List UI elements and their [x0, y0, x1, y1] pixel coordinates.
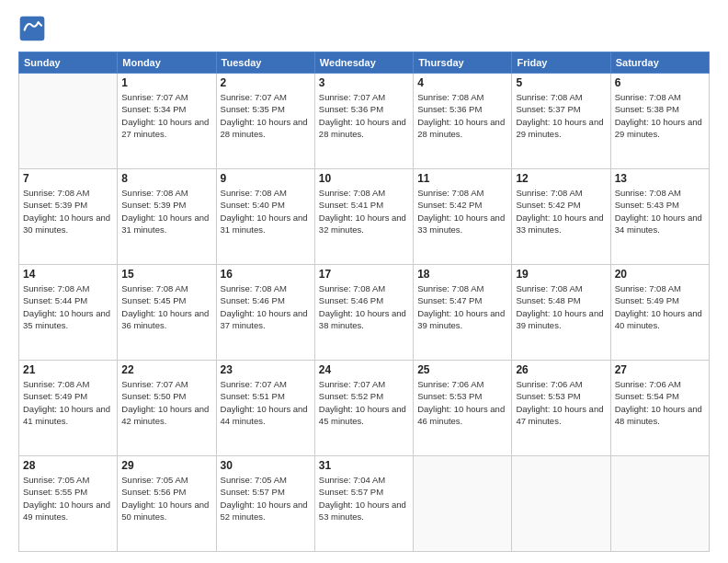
cell-day-number: 8	[121, 172, 211, 185]
cell-info: Sunrise: 7:08 AMSunset: 5:37 PMDaylight:…	[516, 91, 606, 140]
cell-info: Sunrise: 7:08 AMSunset: 5:48 PMDaylight:…	[516, 282, 606, 331]
calendar-cell: 25Sunrise: 7:06 AMSunset: 5:53 PMDayligh…	[414, 361, 512, 456]
cell-day-number: 7	[23, 172, 113, 185]
calendar-cell: 15Sunrise: 7:08 AMSunset: 5:45 PMDayligh…	[118, 265, 216, 361]
calendar-cell: 18Sunrise: 7:08 AMSunset: 5:47 PMDayligh…	[414, 265, 512, 361]
cell-info: Sunrise: 7:08 AMSunset: 5:46 PMDaylight:…	[221, 282, 311, 331]
calendar-header-monday: Monday	[118, 52, 216, 74]
cell-info: Sunrise: 7:08 AMSunset: 5:42 PMDaylight:…	[417, 187, 507, 236]
calendar-cell	[610, 456, 709, 552]
cell-day-number: 4	[417, 76, 507, 89]
cell-info: Sunrise: 7:08 AMSunset: 5:38 PMDaylight:…	[615, 91, 705, 140]
calendar-cell: 13Sunrise: 7:08 AMSunset: 5:43 PMDayligh…	[610, 169, 709, 265]
cell-info: Sunrise: 7:08 AMSunset: 5:42 PMDaylight:…	[516, 187, 606, 236]
calendar-header-saturday: Saturday	[610, 52, 709, 74]
calendar-week-4: 28Sunrise: 7:05 AMSunset: 5:55 PMDayligh…	[19, 456, 710, 552]
cell-day-number: 12	[516, 172, 606, 185]
cell-day-number: 25	[417, 363, 507, 376]
cell-info: Sunrise: 7:06 AMSunset: 5:54 PMDaylight:…	[615, 378, 705, 427]
cell-day-number: 10	[319, 172, 409, 185]
cell-info: Sunrise: 7:08 AMSunset: 5:36 PMDaylight:…	[417, 91, 507, 140]
page: SundayMondayTuesdayWednesdayThursdayFrid…	[0, 0, 728, 563]
cell-info: Sunrise: 7:07 AMSunset: 5:35 PMDaylight:…	[221, 91, 311, 140]
cell-info: Sunrise: 7:08 AMSunset: 5:49 PMDaylight:…	[615, 282, 705, 331]
calendar-cell: 7Sunrise: 7:08 AMSunset: 5:39 PMDaylight…	[19, 169, 118, 265]
cell-info: Sunrise: 7:05 AMSunset: 5:57 PMDaylight:…	[221, 474, 311, 523]
calendar-week-0: 1Sunrise: 7:07 AMSunset: 5:34 PMDaylight…	[19, 74, 710, 169]
cell-info: Sunrise: 7:07 AMSunset: 5:34 PMDaylight:…	[121, 91, 211, 140]
cell-info: Sunrise: 7:08 AMSunset: 5:43 PMDaylight:…	[615, 187, 705, 236]
cell-day-number: 11	[417, 172, 507, 185]
calendar-cell: 11Sunrise: 7:08 AMSunset: 5:42 PMDayligh…	[414, 169, 512, 265]
calendar-cell: 5Sunrise: 7:08 AMSunset: 5:37 PMDaylight…	[512, 74, 610, 169]
calendar-cell: 17Sunrise: 7:08 AMSunset: 5:46 PMDayligh…	[314, 265, 413, 361]
cell-day-number: 21	[23, 363, 113, 376]
calendar-cell: 30Sunrise: 7:05 AMSunset: 5:57 PMDayligh…	[216, 456, 314, 552]
cell-day-number: 15	[121, 268, 211, 281]
calendar-cell: 16Sunrise: 7:08 AMSunset: 5:46 PMDayligh…	[216, 265, 314, 361]
calendar-cell: 3Sunrise: 7:07 AMSunset: 5:36 PMDaylight…	[314, 74, 413, 169]
calendar-cell: 6Sunrise: 7:08 AMSunset: 5:38 PMDaylight…	[610, 74, 709, 169]
cell-day-number: 13	[615, 172, 705, 185]
cell-day-number: 16	[221, 268, 311, 281]
cell-day-number: 22	[121, 363, 211, 376]
cell-info: Sunrise: 7:08 AMSunset: 5:40 PMDaylight:…	[221, 187, 311, 236]
cell-day-number: 24	[319, 363, 409, 376]
cell-info: Sunrise: 7:05 AMSunset: 5:56 PMDaylight:…	[121, 474, 211, 523]
cell-day-number: 18	[417, 268, 507, 281]
cell-day-number: 2	[221, 76, 311, 89]
calendar-cell: 14Sunrise: 7:08 AMSunset: 5:44 PMDayligh…	[19, 265, 118, 361]
cell-day-number: 27	[615, 363, 705, 376]
cell-info: Sunrise: 7:08 AMSunset: 5:39 PMDaylight:…	[121, 187, 211, 236]
logo	[18, 15, 50, 42]
calendar-cell: 20Sunrise: 7:08 AMSunset: 5:49 PMDayligh…	[610, 265, 709, 361]
calendar-cell: 2Sunrise: 7:07 AMSunset: 5:35 PMDaylight…	[216, 74, 314, 169]
cell-info: Sunrise: 7:08 AMSunset: 5:44 PMDaylight:…	[23, 282, 113, 331]
cell-info: Sunrise: 7:06 AMSunset: 5:53 PMDaylight:…	[516, 378, 606, 427]
calendar-cell: 9Sunrise: 7:08 AMSunset: 5:40 PMDaylight…	[216, 169, 314, 265]
calendar-cell: 26Sunrise: 7:06 AMSunset: 5:53 PMDayligh…	[512, 361, 610, 456]
calendar-table: SundayMondayTuesdayWednesdayThursdayFrid…	[18, 52, 710, 552]
cell-info: Sunrise: 7:08 AMSunset: 5:47 PMDaylight:…	[417, 282, 507, 331]
cell-info: Sunrise: 7:04 AMSunset: 5:57 PMDaylight:…	[319, 474, 409, 523]
cell-day-number: 30	[221, 459, 311, 472]
calendar-cell: 31Sunrise: 7:04 AMSunset: 5:57 PMDayligh…	[314, 456, 413, 552]
calendar-cell: 29Sunrise: 7:05 AMSunset: 5:56 PMDayligh…	[118, 456, 216, 552]
calendar-week-1: 7Sunrise: 7:08 AMSunset: 5:39 PMDaylight…	[19, 169, 710, 265]
calendar-cell: 4Sunrise: 7:08 AMSunset: 5:36 PMDaylight…	[414, 74, 512, 169]
calendar-header-friday: Friday	[512, 52, 610, 74]
cell-day-number: 1	[121, 76, 211, 89]
calendar-cell: 24Sunrise: 7:07 AMSunset: 5:52 PMDayligh…	[314, 361, 413, 456]
cell-info: Sunrise: 7:07 AMSunset: 5:51 PMDaylight:…	[221, 378, 311, 427]
cell-info: Sunrise: 7:08 AMSunset: 5:41 PMDaylight:…	[319, 187, 409, 236]
calendar-cell: 27Sunrise: 7:06 AMSunset: 5:54 PMDayligh…	[610, 361, 709, 456]
calendar-week-3: 21Sunrise: 7:08 AMSunset: 5:49 PMDayligh…	[19, 361, 710, 456]
cell-info: Sunrise: 7:07 AMSunset: 5:36 PMDaylight:…	[319, 91, 409, 140]
calendar-cell: 21Sunrise: 7:08 AMSunset: 5:49 PMDayligh…	[19, 361, 118, 456]
cell-info: Sunrise: 7:08 AMSunset: 5:45 PMDaylight:…	[121, 282, 211, 331]
cell-day-number: 5	[516, 76, 606, 89]
cell-day-number: 17	[319, 268, 409, 281]
calendar-cell: 1Sunrise: 7:07 AMSunset: 5:34 PMDaylight…	[118, 74, 216, 169]
cell-info: Sunrise: 7:06 AMSunset: 5:53 PMDaylight:…	[417, 378, 507, 427]
calendar-cell: 8Sunrise: 7:08 AMSunset: 5:39 PMDaylight…	[118, 169, 216, 265]
cell-info: Sunrise: 7:08 AMSunset: 5:46 PMDaylight:…	[319, 282, 409, 331]
calendar-header-row: SundayMondayTuesdayWednesdayThursdayFrid…	[19, 52, 710, 74]
cell-info: Sunrise: 7:08 AMSunset: 5:39 PMDaylight:…	[23, 187, 113, 236]
cell-info: Sunrise: 7:07 AMSunset: 5:52 PMDaylight:…	[319, 378, 409, 427]
calendar-cell: 19Sunrise: 7:08 AMSunset: 5:48 PMDayligh…	[512, 265, 610, 361]
calendar-header-sunday: Sunday	[19, 52, 118, 74]
calendar-cell	[512, 456, 610, 552]
cell-day-number: 3	[319, 76, 409, 89]
calendar-header-tuesday: Tuesday	[216, 52, 314, 74]
cell-day-number: 31	[319, 459, 409, 472]
calendar-cell	[414, 456, 512, 552]
cell-day-number: 20	[615, 268, 705, 281]
cell-day-number: 28	[23, 459, 113, 472]
calendar-cell: 10Sunrise: 7:08 AMSunset: 5:41 PMDayligh…	[314, 169, 413, 265]
cell-day-number: 9	[221, 172, 311, 185]
cell-info: Sunrise: 7:08 AMSunset: 5:49 PMDaylight:…	[23, 378, 113, 427]
cell-day-number: 26	[516, 363, 606, 376]
calendar-cell: 22Sunrise: 7:07 AMSunset: 5:50 PMDayligh…	[118, 361, 216, 456]
cell-day-number: 6	[615, 76, 705, 89]
